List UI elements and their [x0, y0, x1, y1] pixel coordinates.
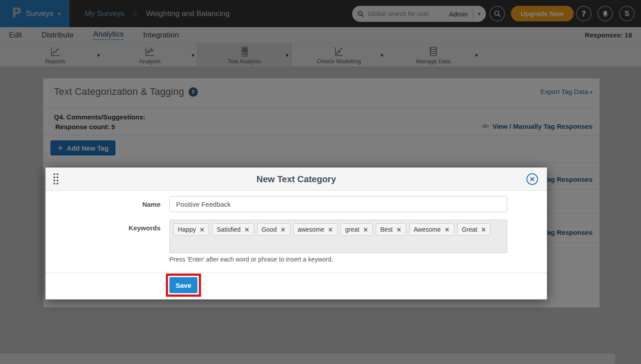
- keyword-tag: Satisfied ×: [212, 223, 254, 236]
- name-label: Name: [45, 200, 160, 208]
- close-icon: ×: [529, 176, 535, 183]
- keyword-tag: Great ×: [457, 223, 491, 236]
- remove-tag-icon[interactable]: ×: [280, 226, 286, 233]
- new-text-category-modal: New Text Category × Name Keywords Happy …: [45, 168, 547, 299]
- modal-header: New Text Category ×: [45, 168, 547, 191]
- remove-tag-icon[interactable]: ×: [199, 226, 205, 233]
- keywords-input-area[interactable]: Happy × Satisfied × Good × awesome ×: [169, 220, 507, 253]
- keywords-helper-text: Press 'Enter' after each word or phrase …: [169, 256, 333, 263]
- remove-tag-icon[interactable]: ×: [481, 226, 486, 233]
- keyword-tag: awesome ×: [293, 223, 338, 236]
- remove-tag-icon[interactable]: ×: [244, 226, 250, 233]
- annotation-highlight-box: Save: [166, 274, 201, 297]
- keyword-tag: Happy ×: [173, 223, 209, 236]
- divider: [45, 273, 547, 273]
- keyword-tag: Good ×: [257, 223, 290, 236]
- keyword-tag: Best ×: [376, 223, 406, 236]
- remove-tag-icon[interactable]: ×: [444, 226, 450, 233]
- drag-handle-icon[interactable]: [53, 173, 58, 184]
- keywords-label: Keywords: [45, 224, 160, 232]
- save-button[interactable]: Save: [169, 277, 197, 293]
- keyword-tag: Awesome ×: [409, 223, 454, 236]
- close-button[interactable]: ×: [526, 173, 538, 185]
- modal-title: New Text Category: [45, 168, 547, 191]
- app-window: P Surveys ▾ My Surveys > Weighting and B…: [0, 0, 641, 364]
- remove-tag-icon[interactable]: ×: [363, 226, 368, 233]
- keyword-tag: great ×: [341, 223, 373, 236]
- remove-tag-icon[interactable]: ×: [396, 226, 402, 233]
- remove-tag-icon[interactable]: ×: [328, 226, 333, 233]
- category-name-input[interactable]: [169, 196, 507, 212]
